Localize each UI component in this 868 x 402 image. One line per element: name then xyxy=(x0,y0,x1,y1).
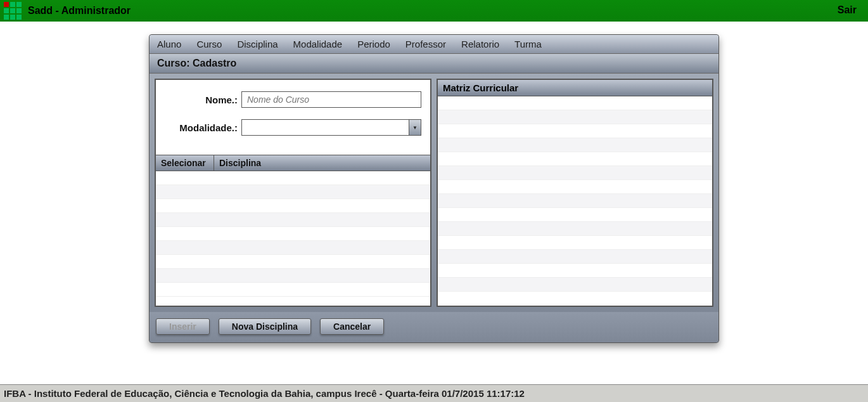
menu-bar: Aluno Curso Disciplina Modalidade Period… xyxy=(150,35,718,54)
table-row xyxy=(156,255,430,269)
app-title: Sadd - Administrador xyxy=(28,5,131,16)
chevron-down-icon[interactable]: ▼ xyxy=(409,119,421,136)
list-item xyxy=(438,110,712,124)
menu-modalidade[interactable]: Modalidade xyxy=(293,39,343,49)
list-item xyxy=(438,250,712,264)
footer-buttons: Inserir Nova Disciplina Cancelar xyxy=(150,312,718,342)
list-item xyxy=(438,166,712,180)
status-bar: IFBA - Instituto Federal de Educação, Ci… xyxy=(0,384,868,402)
inserir-button[interactable]: Inserir xyxy=(156,318,210,335)
cancelar-button[interactable]: Cancelar xyxy=(320,318,384,335)
table-row xyxy=(156,213,430,227)
list-item xyxy=(438,278,712,292)
list-item xyxy=(438,96,712,110)
table-row xyxy=(156,241,430,255)
col-selecionar: Selecionar xyxy=(156,155,214,171)
modalidade-label: Modalidade.: xyxy=(165,122,238,133)
list-item xyxy=(438,180,712,194)
table-row xyxy=(156,227,430,241)
app-logo-icon xyxy=(4,2,22,20)
matriz-body xyxy=(438,96,712,306)
list-item xyxy=(438,138,712,152)
disciplina-table-body xyxy=(156,171,430,306)
menu-periodo[interactable]: Periodo xyxy=(357,39,390,49)
menu-relatorio[interactable]: Relatorio xyxy=(461,39,499,49)
menu-professor[interactable]: Professor xyxy=(405,39,446,49)
table-row xyxy=(156,171,430,185)
nome-input[interactable] xyxy=(241,91,421,108)
form-area: Nome.: Modalidade.: ▼ xyxy=(156,80,430,155)
nome-label: Nome.: xyxy=(165,94,238,105)
list-item xyxy=(438,194,712,208)
list-item xyxy=(438,152,712,166)
topbar: Sadd - Administrador Sair xyxy=(0,0,868,22)
list-item xyxy=(438,236,712,250)
table-row xyxy=(156,185,430,199)
list-item xyxy=(438,264,712,278)
body-area: Nome.: Modalidade.: ▼ Selecionar Discipl… xyxy=(150,74,718,312)
main-window: Aluno Curso Disciplina Modalidade Period… xyxy=(149,34,719,343)
modalidade-select[interactable]: ▼ xyxy=(241,119,421,136)
list-item xyxy=(438,208,712,222)
menu-disciplina[interactable]: Disciplina xyxy=(237,39,278,49)
status-text: IFBA - Instituto Federal de Educação, Ci… xyxy=(4,388,525,399)
table-row xyxy=(156,283,430,297)
menu-turma[interactable]: Turma xyxy=(514,39,542,49)
page-title: Curso: Cadastro xyxy=(150,54,718,74)
col-disciplina: Disciplina xyxy=(214,158,266,168)
matriz-title: Matriz Curricular xyxy=(438,80,712,96)
disciplina-table-header: Selecionar Disciplina xyxy=(156,155,430,171)
table-row xyxy=(156,269,430,283)
table-row xyxy=(156,199,430,213)
right-panel: Matriz Curricular xyxy=(437,79,713,307)
list-item xyxy=(438,124,712,138)
left-panel: Nome.: Modalidade.: ▼ Selecionar Discipl… xyxy=(155,79,431,307)
menu-curso[interactable]: Curso xyxy=(196,39,222,49)
list-item xyxy=(438,222,712,236)
menu-aluno[interactable]: Aluno xyxy=(157,39,181,49)
nova-disciplina-button[interactable]: Nova Disciplina xyxy=(219,318,311,335)
exit-link[interactable]: Sair xyxy=(838,4,857,16)
